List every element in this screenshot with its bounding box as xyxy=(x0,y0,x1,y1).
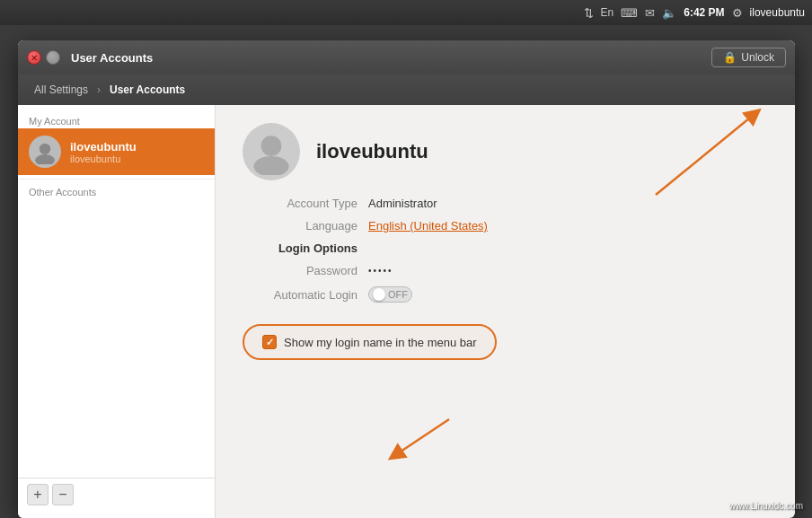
left-panel: My Account iloveubuntu iloveubuntu Other… xyxy=(18,105,216,518)
minimize-button[interactable] xyxy=(46,50,60,65)
toggle-thumb xyxy=(373,288,385,301)
account-type-value: Administrator xyxy=(368,197,437,210)
user-login-name: iloveubuntu xyxy=(70,154,137,164)
svg-point-2 xyxy=(261,136,282,156)
settings-icon[interactable]: ⚙ xyxy=(732,6,743,20)
user-accounts-window: ✕ User Accounts 🔒 Unlock All Settings › … xyxy=(18,40,795,518)
titlebar: ✕ User Accounts 🔒 Unlock xyxy=(18,40,795,75)
password-value: ••••• xyxy=(368,266,393,276)
volume-icon[interactable]: 🔈 xyxy=(662,6,676,20)
taskbar-username: iloveubuntu xyxy=(750,6,805,19)
clock: 6:42 PM xyxy=(684,6,724,19)
info-table: Account Type Administrator Language Engl… xyxy=(243,197,768,303)
password-label: Password xyxy=(243,264,368,277)
user-display-name: iloveubuntu xyxy=(70,140,137,154)
password-row: Password ••••• xyxy=(243,264,768,277)
auto-login-row: Automatic Login OFF xyxy=(243,286,768,303)
toggle-state-label: OFF xyxy=(388,289,408,300)
add-user-button[interactable]: + xyxy=(27,484,49,505)
user-info: iloveubuntu iloveubuntu xyxy=(70,140,137,164)
lock-icon: 🔒 xyxy=(723,51,737,64)
language-row: Language English (United States) xyxy=(243,219,768,233)
breadcrumb-all-settings[interactable]: All Settings xyxy=(27,80,95,100)
username-heading: iloveubuntu xyxy=(316,140,428,163)
user-header: iloveubuntu xyxy=(243,123,768,180)
watermark-text: www.Linuxidc.com xyxy=(729,501,803,511)
account-type-row: Account Type Administrator xyxy=(243,197,768,210)
auto-login-label: Automatic Login xyxy=(243,288,368,302)
show-login-label: Show my login name in the menu bar xyxy=(284,336,477,349)
svg-line-5 xyxy=(395,419,449,455)
my-account-label: My Account xyxy=(18,112,215,128)
show-login-checkbox[interactable]: ✓ xyxy=(262,335,277,349)
window-title: User Accounts xyxy=(71,51,153,65)
unlock-button[interactable]: 🔒 Unlock xyxy=(711,48,786,67)
other-accounts-area xyxy=(18,199,215,478)
show-login-row[interactable]: ✓ Show my login name in the menu bar xyxy=(243,324,497,360)
svg-point-1 xyxy=(35,154,55,164)
left-panel-bottom: + − xyxy=(18,478,215,511)
account-type-label: Account Type xyxy=(243,197,368,210)
breadcrumb-separator: › xyxy=(97,83,101,96)
sort-icon: ⇅ xyxy=(584,6,594,20)
lang-indicator[interactable]: En xyxy=(601,6,614,19)
taskbar: ⇅ En ⌨ ✉ 🔈 6:42 PM ⚙ iloveubuntu xyxy=(0,0,812,25)
keyboard-icon: ⌨ xyxy=(621,6,638,20)
login-options-row: Login Options xyxy=(243,241,768,255)
window-controls: ✕ xyxy=(27,50,60,65)
svg-point-3 xyxy=(254,156,289,175)
auto-login-toggle[interactable]: OFF xyxy=(368,286,412,303)
svg-point-0 xyxy=(40,144,50,154)
checkmark-icon: ✓ xyxy=(266,337,274,348)
watermark: www.Linuxidc.com xyxy=(729,501,803,511)
mail-icon: ✉ xyxy=(645,6,655,20)
unlock-label: Unlock xyxy=(741,51,774,64)
other-accounts-label: Other Accounts xyxy=(18,179,215,199)
language-value[interactable]: English (United States) xyxy=(368,219,488,233)
language-label: Language xyxy=(243,219,368,233)
right-panel: iloveubuntu Account Type Administrator L… xyxy=(216,105,795,518)
user-item-iloveubuntu[interactable]: iloveubuntu iloveubuntu xyxy=(18,128,215,175)
breadcrumb-bar: All Settings › User Accounts xyxy=(18,75,795,105)
breadcrumb-user-accounts[interactable]: User Accounts xyxy=(102,80,192,100)
remove-user-button[interactable]: − xyxy=(52,484,74,505)
avatar-small xyxy=(29,136,61,168)
close-button[interactable]: ✕ xyxy=(27,50,41,65)
login-options-label: Login Options xyxy=(243,241,368,255)
avatar-large xyxy=(243,123,300,180)
main-content: My Account iloveubuntu iloveubuntu Other… xyxy=(18,105,795,518)
